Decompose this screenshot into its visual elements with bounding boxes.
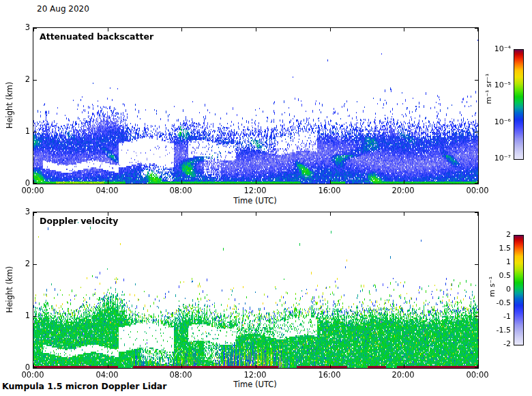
y-tick-left: [33, 316, 37, 317]
colorbar-tick-label: -1.5: [484, 326, 511, 335]
backscatter-x-axis-label: Time (UTC): [207, 196, 303, 206]
y-tick-label: 0: [7, 178, 30, 188]
x-tick-label: 16:00: [308, 370, 351, 380]
y-tick-left: [33, 264, 37, 265]
y-tick-right: [475, 367, 478, 368]
y-tick-label: 2: [7, 74, 30, 85]
x-tick-bottom: [256, 365, 256, 368]
x-tick-bottom: [108, 365, 108, 368]
colorbar-tick-label: 10⁻⁴: [484, 44, 511, 54]
colorbar-tick-label: -2: [484, 339, 511, 349]
colorbar-tick-label: 0: [484, 285, 511, 294]
x-tick-top: [330, 212, 331, 216]
lidar-quicklook-figure: 20 Aug 2020 Attenuated backscatter Heigh…: [0, 0, 532, 396]
x-tick-top: [404, 212, 404, 216]
x-tick-top: [256, 212, 256, 216]
colorbar-tick-label: 10⁻⁷: [484, 154, 511, 163]
x-tick-top: [108, 28, 108, 31]
x-tick-bottom: [330, 180, 331, 184]
y-tick-right: [475, 212, 478, 213]
backscatter-panel: Attenuated backscatter: [33, 27, 479, 184]
x-tick-top: [404, 28, 404, 31]
y-tick-right: [475, 264, 478, 265]
x-tick-bottom: [404, 365, 404, 368]
colorbar-tick-label: -0.5: [484, 298, 511, 308]
x-tick-bottom: [330, 365, 331, 368]
x-tick-top: [256, 28, 256, 31]
backscatter-colorbar: [514, 49, 524, 160]
velocity-y-axis-label: Height (km): [5, 266, 14, 313]
y-tick-left: [33, 28, 37, 29]
date-label: 20 Aug 2020: [37, 4, 89, 14]
velocity-x-axis-label: Time (UTC): [207, 380, 303, 389]
x-tick-top: [181, 28, 182, 31]
x-tick-bottom: [404, 180, 404, 184]
backscatter-y-axis-label: Height (km): [5, 82, 14, 129]
y-tick-right: [475, 132, 478, 132]
y-tick-label: 1: [7, 310, 30, 321]
x-tick-top: [181, 212, 182, 216]
backscatter-heatmap-canvas: [33, 28, 478, 184]
backscatter-panel-title: Attenuated backscatter: [40, 31, 153, 42]
velocity-panel-title: Doppler velocity: [40, 216, 118, 226]
colorbar-tick-label: 1.5: [484, 244, 511, 253]
x-tick-label: 08:00: [159, 186, 203, 195]
x-tick-label: 00:00: [456, 186, 499, 195]
colorbar-tick-label: -1: [484, 312, 511, 322]
y-tick-right: [475, 316, 478, 317]
y-tick-left: [33, 80, 37, 81]
y-tick-left: [33, 132, 37, 132]
velocity-panel: Doppler velocity: [33, 212, 479, 369]
y-tick-right: [475, 28, 478, 29]
x-tick-label: 04:00: [85, 370, 129, 380]
y-tick-right: [475, 183, 478, 184]
x-tick-label: 16:00: [308, 186, 351, 195]
x-tick-bottom: [181, 180, 182, 184]
x-tick-label: 08:00: [159, 370, 203, 380]
x-tick-label: 00:00: [456, 370, 499, 380]
instrument-footer-label: Kumpula 1.5 micron Doppler Lidar: [2, 381, 166, 391]
x-tick-label: 04:00: [85, 186, 129, 195]
x-tick-top: [108, 212, 108, 216]
y-tick-label: 3: [7, 206, 30, 217]
x-tick-top: [330, 28, 331, 31]
x-tick-label: 20:00: [381, 370, 425, 380]
y-tick-label: 1: [7, 126, 30, 137]
colorbar-tick-label: 1: [484, 257, 511, 267]
colorbar-tick-label: 2: [484, 230, 511, 240]
x-tick-bottom: [181, 365, 182, 368]
x-tick-label: 12:00: [233, 370, 277, 380]
x-tick-bottom: [108, 180, 108, 184]
y-tick-right: [475, 80, 478, 81]
colorbar-tick-label: 0.5: [484, 271, 511, 281]
y-tick-label: 3: [7, 22, 30, 33]
x-tick-bottom: [256, 180, 256, 184]
y-tick-label: 2: [7, 258, 30, 269]
colorbar-tick-label: 10⁻⁵: [484, 81, 511, 90]
y-tick-left: [33, 212, 37, 213]
y-tick-left: [33, 183, 37, 184]
colorbar-tick-label: 10⁻⁶: [484, 117, 511, 127]
velocity-heatmap-canvas: [33, 212, 478, 368]
x-tick-label: 20:00: [381, 186, 425, 195]
y-tick-left: [33, 367, 37, 368]
x-tick-label: 12:00: [233, 186, 277, 195]
y-tick-label: 0: [7, 362, 30, 373]
velocity-colorbar: [514, 235, 524, 345]
